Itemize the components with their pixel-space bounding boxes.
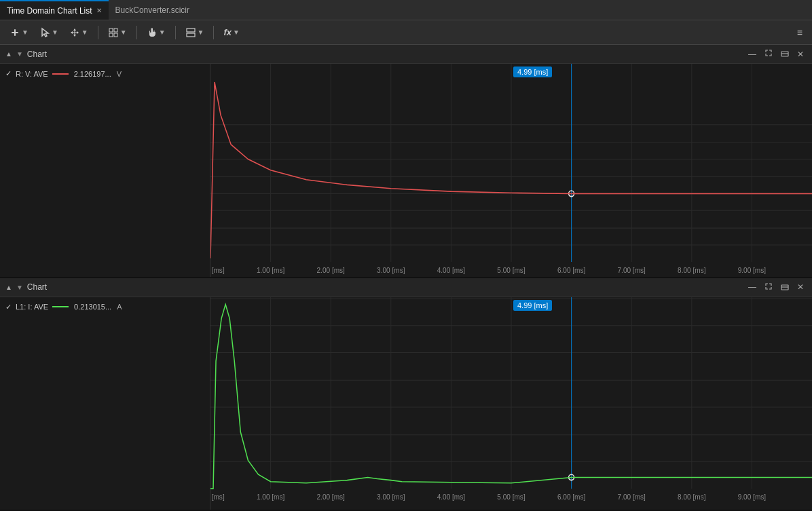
legend-value-1: 2.126197... [74, 70, 111, 78]
select-button[interactable]: ▼ [35, 24, 62, 41]
svg-text:0.00 [ms]: 0.00 [ms] [210, 267, 225, 274]
legend-check-1[interactable]: ✓ [5, 69, 12, 78]
svg-text:7.00 [ms]: 7.00 [ms] [618, 493, 646, 500]
close-btn-1[interactable]: ✕ [794, 48, 807, 60]
chart-svg-1: 3 2.5 2 1.5 1 0.5 0.00 [ms] 1.0 [210, 64, 812, 277]
svg-text:6.00 [ms]: 6.00 [ms] [557, 267, 585, 274]
close-btn-2[interactable]: ✕ [794, 281, 807, 293]
svg-text:7.00 [ms]: 7.00 [ms] [618, 267, 646, 274]
tab-buck-converter[interactable]: BuckConverter.scicir [109, 0, 196, 20]
chart-body-1: ✓ R: V: AVE 2.126197... V [0, 64, 812, 277]
legend-label-1: R: V: AVE [16, 70, 48, 78]
svg-text:9.00 [ms]: 9.00 [ms] [738, 267, 766, 274]
tab-buck-converter-label: BuckConverter.scicir [115, 5, 189, 15]
legend-line-1 [52, 73, 69, 75]
legend-unit-2: A [117, 303, 122, 311]
chart-header-right-2: — ✕ [745, 281, 807, 294]
layout-button[interactable]: ▼ [181, 24, 208, 41]
svg-text:2.00 [ms]: 2.00 [ms] [317, 493, 346, 500]
svg-text:1.00 [ms]: 1.00 [ms] [257, 267, 284, 274]
legend-item-2: ✓ L1: I: AVE 0.213015... A [5, 303, 204, 311]
drag-handle-1[interactable]: ▼ [16, 50, 23, 58]
chart-header-right-1: — ✕ [745, 48, 807, 60]
legend-label-2: L1: I: AVE [16, 303, 48, 311]
legend-value-2: 0.213015... [74, 303, 111, 311]
legend-line-2 [52, 306, 69, 307]
sep4 [213, 26, 214, 39]
collapse-icon-2[interactable]: ▲ [5, 284, 12, 291]
svg-text:2.00 [ms]: 2.00 [ms] [317, 267, 345, 274]
tab-time-domain-label: Time Domain Chart List [7, 6, 92, 16]
toolbar: ▼ ▼ ▼ ▼ ▼ ▼ fx ▼ ≡ [0, 20, 812, 45]
title-bar: Time Domain Chart List ✕ BuckConverter.s… [0, 0, 812, 20]
svg-rect-7 [187, 33, 195, 37]
svg-rect-1 [14, 29, 16, 36]
svg-text:3.00 [ms]: 3.00 [ms] [377, 267, 405, 274]
minimize-btn-2[interactable]: — [745, 281, 759, 293]
chart-panels: ▲ ▼ Chart — ✕ [0, 45, 812, 511]
svg-text:3.00 [ms]: 3.00 [ms] [377, 493, 405, 500]
svg-text:8.00 [ms]: 8.00 [ms] [678, 493, 706, 500]
chart-title-2: Chart [27, 282, 47, 292]
chart-title-1: Chart [27, 50, 47, 59]
svg-rect-5 [114, 33, 117, 37]
grid-button[interactable]: ▼ [104, 24, 131, 41]
hand-button[interactable]: ▼ [143, 24, 170, 41]
pan-button[interactable]: ▼ [65, 24, 92, 41]
chart-header-left-2: ▲ ▼ Chart [5, 282, 47, 292]
sep3 [175, 26, 176, 39]
svg-text:0.00 [ms]: 0.00 [ms] [210, 493, 225, 500]
fx-button[interactable]: fx ▼ [219, 24, 243, 40]
chart-panel-1: ▲ ▼ Chart — ✕ [0, 45, 812, 278]
collapse-icon-1[interactable]: ▲ [5, 50, 12, 58]
sep2 [136, 26, 137, 39]
chart-header-left-1: ▲ ▼ Chart [5, 50, 47, 59]
expand-btn-1[interactable] [778, 48, 792, 60]
legend-1: ✓ R: V: AVE 2.126197... V [0, 64, 210, 277]
tab-time-domain[interactable]: Time Domain Chart List ✕ [0, 0, 109, 20]
chart-body-2: ✓ L1: I: AVE 0.213015... A [0, 297, 812, 510]
legend-unit-1: V [117, 70, 122, 78]
maximize-btn-1[interactable] [762, 48, 775, 60]
svg-rect-4 [109, 33, 113, 37]
svg-rect-3 [114, 29, 117, 32]
svg-rect-6 [187, 29, 195, 32]
legend-item-1: ✓ R: V: AVE 2.126197... V [5, 69, 204, 78]
svg-rect-2 [109, 29, 113, 32]
chart-svg-2: 3.5 3 2.5 2 1.5 1 0.5 0.00 [ms] 1.00 [ms… [210, 297, 812, 510]
sep1 [98, 26, 98, 39]
svg-text:6.00 [ms]: 6.00 [ms] [557, 493, 586, 500]
minimize-btn-1[interactable]: — [745, 48, 759, 60]
svg-text:4.00 [ms]: 4.00 [ms] [437, 267, 465, 274]
chart-panel-2: ▲ ▼ Chart — ✕ [0, 278, 812, 512]
chart-area-1[interactable]: 3 2.5 2 1.5 1 0.5 0.00 [ms] 1.0 [210, 64, 812, 277]
legend-check-2[interactable]: ✓ [5, 303, 12, 311]
tab-time-domain-close[interactable]: ✕ [96, 7, 102, 14]
svg-text:1.00 [ms]: 1.00 [ms] [257, 493, 285, 500]
chart-area-2[interactable]: 3.5 3 2.5 2 1.5 1 0.5 0.00 [ms] 1.00 [ms… [210, 297, 812, 510]
svg-text:5.00 [ms]: 5.00 [ms] [497, 267, 525, 274]
legend-2: ✓ L1: I: AVE 0.213015... A [0, 297, 210, 510]
svg-text:5.00 [ms]: 5.00 [ms] [497, 493, 525, 500]
menu-button[interactable]: ≡ [793, 24, 807, 41]
menu-icon: ≡ [797, 27, 802, 38]
svg-text:9.00 [ms]: 9.00 [ms] [738, 493, 767, 500]
expand-btn-2[interactable] [778, 281, 792, 294]
cursor-button[interactable]: ▼ [5, 24, 33, 41]
svg-text:8.00 [ms]: 8.00 [ms] [678, 267, 705, 274]
chart-header-1: ▲ ▼ Chart — ✕ [0, 45, 812, 64]
svg-text:4.00 [ms]: 4.00 [ms] [437, 493, 466, 500]
maximize-btn-2[interactable] [762, 281, 775, 294]
drag-handle-2[interactable]: ▼ [16, 284, 23, 291]
chart-header-2: ▲ ▼ Chart — ✕ [0, 278, 812, 297]
